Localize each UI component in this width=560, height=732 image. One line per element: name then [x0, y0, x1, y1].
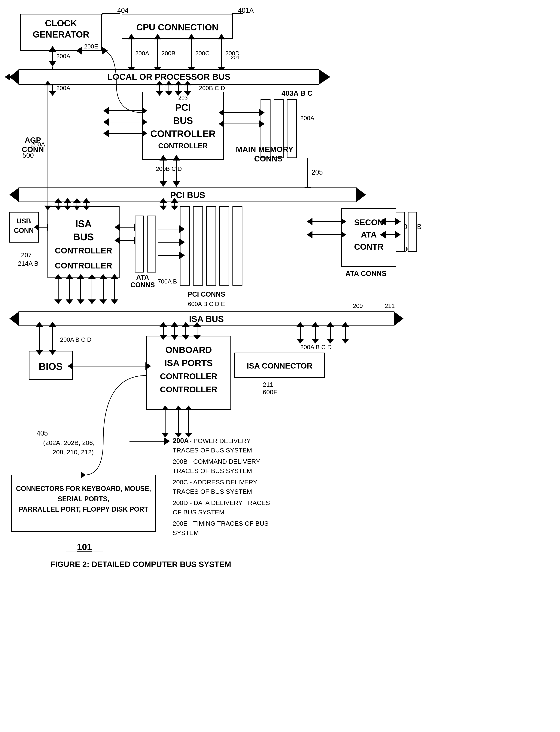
svg-text:401A: 401A — [238, 7, 254, 14]
svg-text:200D - DATA DELIVERY TRACES: 200D - DATA DELIVERY TRACES — [173, 499, 270, 506]
svg-text:200A: 200A — [56, 53, 70, 59]
svg-text:ATA: ATA — [361, 230, 377, 239]
svg-marker-89 — [160, 181, 167, 187]
svg-text:SECON: SECON — [354, 218, 383, 227]
svg-text:500: 500 — [23, 151, 34, 159]
svg-text:207: 207 — [21, 251, 32, 258]
svg-text:GENERATOR: GENERATOR — [33, 29, 89, 39]
svg-text:201: 201 — [231, 54, 240, 60]
svg-text:PCI BUS: PCI BUS — [170, 190, 205, 200]
svg-text:SERIAL PORTS,: SERIAL PORTS, — [58, 495, 109, 503]
svg-text:OF BUS SYSTEM: OF BUS SYSTEM — [173, 509, 224, 516]
svg-text:ATA CONNS: ATA CONNS — [345, 269, 387, 277]
svg-text:CLOCK: CLOCK — [45, 18, 77, 28]
svg-text:211: 211 — [385, 302, 395, 309]
svg-marker-238 — [312, 339, 319, 343]
svg-text:TRACES OF BUS SYSTEM: TRACES OF BUS SYSTEM — [173, 467, 252, 475]
svg-text:TRACES OF  BUS SYSTEM: TRACES OF BUS SYSTEM — [173, 447, 252, 454]
svg-text:SYSTEM: SYSTEM — [173, 529, 199, 536]
svg-rect-186 — [396, 212, 404, 251]
svg-text:200A: 200A — [173, 437, 189, 445]
svg-text:(202A, 202B, 206,: (202A, 202B, 206, — [43, 439, 95, 446]
svg-text:700A B: 700A B — [158, 278, 177, 285]
svg-rect-133 — [147, 216, 156, 272]
svg-marker-166 — [171, 205, 178, 210]
svg-text:200A B C D: 200A B C D — [300, 344, 332, 350]
svg-text:211: 211 — [263, 381, 273, 388]
svg-text:200E - TIMING TRACES OF BUS: 200E - TIMING TRACES OF BUS — [173, 520, 269, 527]
svg-marker-241 — [327, 339, 334, 343]
svg-rect-157 — [206, 206, 216, 285]
svg-marker-153 — [111, 299, 118, 304]
svg-marker-144 — [77, 299, 84, 304]
svg-marker-252 — [161, 433, 169, 438]
svg-text:405: 405 — [37, 430, 48, 437]
svg-rect-156 — [193, 206, 203, 285]
svg-marker-12 — [49, 61, 56, 67]
svg-text:101: 101 — [77, 542, 92, 552]
svg-text:BIOS: BIOS — [39, 361, 62, 372]
svg-text:200A B C D: 200A B C D — [60, 336, 91, 343]
diagram-svg: CLOCK GENERATOR CPU CONNECTION 404 401A … — [0, 0, 560, 732]
svg-text:CONNECTORS FOR KEYBOARD, MOUSE: CONNECTORS FOR KEYBOARD, MOUSE, — [16, 485, 151, 493]
svg-text:PCI: PCI — [175, 102, 191, 113]
svg-marker-183 — [307, 231, 312, 238]
svg-marker-80 — [103, 118, 109, 126]
svg-text:214A B: 214A B — [18, 260, 38, 267]
svg-text:200E: 200E — [84, 43, 98, 50]
svg-text:USB: USB — [17, 217, 31, 225]
svg-marker-199 — [9, 312, 19, 326]
svg-text:CONTROLLER: CONTROLLER — [55, 261, 112, 270]
svg-marker-235 — [297, 339, 304, 343]
svg-text:ISA BUS: ISA BUS — [189, 314, 224, 324]
svg-text:CONTROLLER: CONTROLLER — [160, 372, 217, 381]
svg-text:ISA PORTS: ISA PORTS — [165, 358, 213, 368]
svg-marker-141 — [66, 299, 73, 304]
svg-text:200B: 200B — [161, 50, 175, 57]
svg-text:CONTROLLER: CONTROLLER — [160, 385, 217, 394]
svg-text:PARRALLEL PORT, FLOPPY DISK PO: PARRALLEL PORT, FLOPPY DISK PORT — [19, 506, 148, 513]
svg-text:BUS: BUS — [73, 231, 94, 242]
svg-text:LOCAL OR PROCESSOR BUS: LOCAL OR PROCESSOR BUS — [107, 72, 230, 82]
svg-text:203: 203 — [178, 94, 188, 101]
svg-text:CONNS: CONNS — [254, 154, 283, 163]
svg-text:209: 209 — [353, 302, 363, 309]
svg-text:CONTROLLER: CONTROLLER — [158, 142, 208, 150]
svg-text:600F: 600F — [263, 389, 277, 396]
svg-marker-258 — [164, 438, 170, 445]
svg-rect-159 — [233, 206, 242, 285]
svg-marker-138 — [54, 299, 62, 304]
svg-text:600A B C D E: 600A B C D E — [188, 300, 225, 307]
svg-rect-270 — [11, 475, 156, 531]
svg-marker-98 — [9, 188, 19, 202]
svg-rect-132 — [135, 216, 144, 272]
svg-text:200A: 200A — [31, 141, 45, 148]
svg-text:200B C D: 200B C D — [199, 85, 225, 91]
svg-rect-158 — [220, 206, 229, 285]
svg-marker-200 — [394, 312, 403, 326]
svg-marker-150 — [99, 299, 107, 304]
svg-text:CONN: CONN — [14, 226, 34, 234]
svg-marker-83 — [103, 129, 109, 137]
svg-text:200A: 200A — [56, 85, 70, 91]
svg-text:ONBOARD: ONBOARD — [165, 345, 212, 355]
svg-text:CONTROLLER: CONTROLLER — [55, 246, 112, 255]
svg-text:ATA: ATA — [136, 273, 149, 281]
svg-marker-77 — [103, 107, 109, 114]
svg-marker-38 — [319, 69, 330, 84]
svg-marker-284 — [5, 73, 10, 81]
svg-marker-147 — [88, 299, 96, 304]
svg-text:CPU CONNECTION: CPU CONNECTION — [136, 22, 218, 32]
svg-text:403A B C: 403A B C — [282, 89, 312, 97]
svg-text:200C: 200C — [195, 50, 210, 57]
svg-rect-155 — [180, 206, 190, 285]
svg-text:200C - ADDRESS DELIVERY: 200C - ADDRESS DELIVERY — [173, 479, 257, 486]
svg-text:CONTROLLER: CONTROLLER — [150, 129, 215, 139]
svg-text:TRACES OF BUS SYSTEM: TRACES OF BUS SYSTEM — [173, 488, 252, 495]
svg-rect-187 — [408, 212, 417, 251]
svg-text:ISA CONNECTOR: ISA CONNECTOR — [247, 361, 312, 370]
svg-text:200A: 200A — [135, 50, 149, 57]
svg-marker-244 — [342, 339, 349, 343]
svg-text:CONTR: CONTR — [354, 242, 383, 251]
svg-marker-92 — [173, 181, 180, 187]
